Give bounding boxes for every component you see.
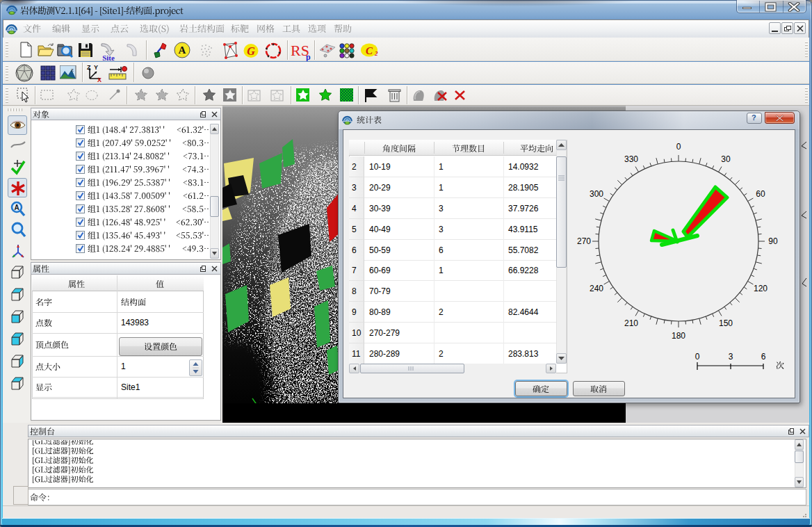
svg-text:0: 0	[676, 142, 681, 152]
svg-text:150: 150	[719, 318, 733, 328]
svg-text:300: 300	[590, 189, 603, 199]
svg-text:330: 330	[624, 154, 638, 164]
svg-text:180: 180	[672, 331, 685, 341]
svg-text:240: 240	[590, 284, 603, 293]
svg-text:Y: Y	[94, 64, 98, 71]
svg-text:p: p	[306, 52, 311, 61]
svg-text:120: 120	[754, 284, 768, 293]
svg-text:C: C	[366, 45, 373, 56]
svg-text:A: A	[179, 44, 186, 56]
svg-text:3: 3	[729, 352, 733, 362]
svg-text:Z: Z	[87, 64, 91, 71]
svg-text:2: 2	[374, 50, 378, 57]
svg-text:210: 210	[624, 318, 638, 328]
svg-text:X: X	[97, 76, 102, 82]
svg-text:6: 6	[761, 352, 766, 362]
svg-text:Site: Site	[102, 54, 115, 61]
svg-text:30: 30	[721, 154, 731, 164]
svg-text:270: 270	[577, 236, 591, 246]
svg-text:z: z	[71, 66, 74, 73]
svg-text:90: 90	[768, 236, 778, 246]
svg-text:60: 60	[756, 189, 765, 199]
svg-text:G: G	[247, 45, 255, 57]
svg-text:0: 0	[695, 352, 700, 362]
svg-text:A: A	[14, 204, 19, 211]
